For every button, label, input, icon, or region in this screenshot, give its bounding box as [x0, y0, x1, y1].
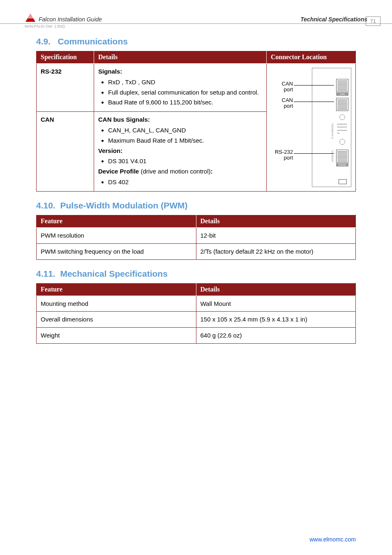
- connector-diagram: CAN RS232 FEEDBACK B FAL0032A: [267, 64, 355, 191]
- communications-table: Specification Details Connector Location…: [36, 51, 356, 192]
- can-port-icon: [336, 98, 348, 111]
- table-row: Mounting method Wall Mount: [37, 296, 356, 312]
- col-connector: Connector Location: [267, 51, 356, 64]
- connector-diagram-cell: CAN RS232 FEEDBACK B FAL0032A: [267, 64, 356, 192]
- header-section: Technical Specifications: [300, 16, 367, 23]
- table-row: PWM resolution 12-bit: [37, 228, 356, 244]
- spec-can: CAN: [37, 112, 94, 192]
- can-label-tiny: CAN: [336, 92, 348, 96]
- leader-line: [294, 102, 334, 102]
- col-specification: Specification: [37, 51, 94, 64]
- col-feature: Feature: [37, 215, 196, 228]
- rs232-port-icon: [336, 150, 348, 163]
- col-details: Details: [196, 215, 356, 228]
- col-details: Details: [94, 51, 267, 64]
- pwm-table: Feature Details PWM resolution 12-bit PW…: [36, 215, 356, 260]
- screw-icon: [339, 114, 345, 120]
- col-details: Details: [196, 283, 356, 296]
- leader-line: [294, 153, 334, 154]
- details-can: CAN bus Signals: CAN_H, CAN_L, CAN_GND M…: [94, 112, 267, 192]
- section-heading-mechanical: 4.11. Mechanical Specifications: [36, 269, 356, 279]
- label-can-port: CAN port: [272, 81, 293, 93]
- table-row: PWM switching frequency on the load 2/Ts…: [37, 243, 356, 259]
- screw-icon: [339, 139, 345, 145]
- feedback-port-icon: [337, 123, 348, 136]
- details-rs232: Signals: RxD , TxD , GND Full duplex, se…: [94, 64, 267, 112]
- doc-version: MAN-FALIG (Ver. 1.502): [0, 24, 392, 28]
- usb-icon: [339, 179, 347, 184]
- board-outline: CAN RS232 FEEDBACK B FAL0032A: [312, 68, 351, 187]
- section-heading-communications: 4.9. Communications: [36, 37, 356, 46]
- section-heading-pwm: 4.10. Pulse-Width Modulation (PWM): [36, 201, 356, 210]
- header-left: Falcon Installation Guide: [25, 13, 102, 23]
- mechanical-table: Feature Details Mounting method Wall Mou…: [36, 283, 356, 344]
- logo: [25, 13, 36, 23]
- table-row: Overall dimensions 150 x 105 x 25.4 mm (…: [37, 312, 356, 328]
- side-label-feedback: FEEDBACK B: [330, 123, 334, 139]
- spec-rs232: RS-232: [37, 64, 94, 112]
- can-port-icon: [336, 79, 348, 92]
- side-label-model: FAL0032A: [330, 150, 334, 162]
- footer-url-link[interactable]: www.elmomc.com: [309, 536, 356, 543]
- table-row: RS-232 Signals: RxD , TxD , GND Full dup…: [37, 64, 356, 112]
- col-feature: Feature: [37, 283, 196, 296]
- page-number: 71: [366, 16, 380, 26]
- leader-line: [294, 85, 334, 86]
- content: 4.9. Communications Specification Detail…: [0, 28, 392, 344]
- label-rs232-port: RS-232 port: [268, 149, 293, 161]
- rs232-label-tiny: RS232: [336, 163, 348, 166]
- doc-title: Falcon Installation Guide: [39, 16, 102, 23]
- table-row: Weight 640 g (22.6 oz): [37, 328, 356, 344]
- label-can-port: CAN port: [272, 97, 293, 109]
- page-header: Falcon Installation Guide Technical Spec…: [0, 0, 392, 24]
